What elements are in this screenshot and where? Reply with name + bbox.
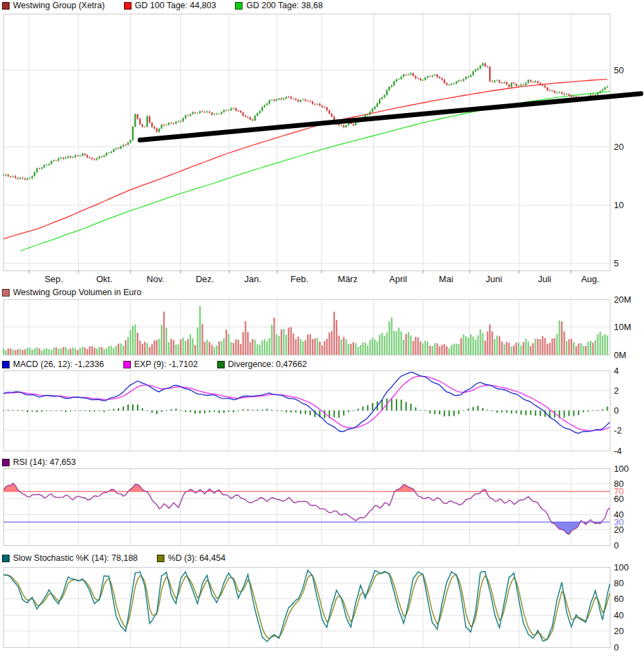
macd-tick-label: 4 bbox=[614, 366, 619, 376]
rsi-grid bbox=[3, 468, 610, 545]
gd100-legend-swatch bbox=[124, 2, 132, 10]
month-label: Mai bbox=[439, 274, 454, 284]
macd-tick-label: 2 bbox=[614, 386, 619, 396]
volume-legend-swatch bbox=[2, 289, 10, 297]
rsi-y-axis-labels: 1008070604030200 bbox=[614, 464, 629, 551]
macd-y-axis-labels: 420-2-4 bbox=[614, 366, 622, 456]
month-label: Juni bbox=[486, 274, 502, 284]
legend-item-volume: Westwing Group Volumen in Euro bbox=[2, 288, 141, 297]
gd200-legend-swatch bbox=[235, 2, 243, 10]
stoch-k-legend-swatch bbox=[2, 555, 10, 562]
stoch-k-legend-label: Slow Stochastic %K (14): 78,188 bbox=[13, 553, 138, 563]
macd-tick-label: -2 bbox=[614, 425, 622, 436]
month-label: Sep. bbox=[45, 274, 63, 284]
stoch-tick-label: 0 bbox=[614, 642, 619, 653]
month-label: Nov. bbox=[147, 274, 164, 284]
stoch-d-legend-swatch bbox=[157, 555, 164, 562]
volume-tick-label: 10M bbox=[614, 322, 631, 332]
legend-item-gd200: GD 200 Tage: 38,68 bbox=[235, 1, 323, 10]
macd-legend: MACD (26, 12): -1,2336 EXP (9): -1,7102 … bbox=[2, 359, 307, 369]
westwing-legend-swatch bbox=[2, 2, 10, 10]
legend-item-macd: MACD (26, 12): -1,2336 bbox=[2, 359, 104, 369]
month-label: Feb. bbox=[290, 274, 308, 284]
gd100-legend-label: GD 100 Tage: 44,803 bbox=[135, 1, 216, 10]
month-label: Dez. bbox=[196, 274, 214, 284]
volume-bars bbox=[3, 306, 608, 355]
trendline bbox=[140, 94, 641, 140]
rsi-tick-label: 20 bbox=[614, 525, 623, 535]
price-tick-label: 5 bbox=[614, 258, 619, 268]
macd-tick-label: -4 bbox=[614, 446, 622, 456]
month-label: Jan. bbox=[245, 274, 262, 284]
stoch-tick-label: 100 bbox=[614, 562, 629, 572]
stoch-y-axis-labels: 100806040200 bbox=[614, 562, 629, 653]
price-tick-label: 10 bbox=[614, 200, 623, 210]
stoch-legend: Slow Stochastic %K (14): 78,188 %D (3): … bbox=[2, 553, 225, 563]
month-label: April bbox=[389, 274, 407, 284]
rsi-legend-label: RSI (14): 47,653 bbox=[13, 457, 76, 467]
stoch-tick-label: 20 bbox=[614, 626, 623, 636]
volume-tick-label: 20M bbox=[614, 294, 631, 305]
rsi-tick-label: 100 bbox=[614, 464, 629, 474]
rsi-tick-label: 60 bbox=[614, 494, 623, 504]
macd-legend-swatch bbox=[2, 361, 10, 368]
month-label: Aug. bbox=[581, 274, 599, 284]
stoch-tick-label: 80 bbox=[614, 578, 623, 588]
price-tick-label: 50 bbox=[614, 65, 623, 75]
macd-histogram bbox=[3, 399, 608, 418]
legend-item-gd100: GD 100 Tage: 44,803 bbox=[124, 1, 216, 10]
volume-legend: Westwing Group Volumen in Euro bbox=[2, 288, 141, 297]
rsi-legend-swatch bbox=[2, 459, 10, 466]
exp-legend-swatch bbox=[123, 361, 131, 368]
price-tick-label: 20 bbox=[614, 142, 623, 152]
macd-tick-label: 0 bbox=[614, 405, 619, 416]
price-grid bbox=[3, 14, 610, 270]
westwing-legend-label: Westwing Group (Xetra) bbox=[13, 1, 105, 10]
stock-chart: 502010520M10M0M420-2-4100807060403020010… bbox=[0, 0, 644, 656]
volume-tick-label: 0M bbox=[614, 350, 626, 360]
legend-item-divergence: Divergence: 0,47662 bbox=[217, 359, 307, 369]
macd-legend-label: MACD (26, 12): -1,2336 bbox=[13, 359, 104, 369]
volume-y-axis-labels: 20M10M0M bbox=[614, 294, 631, 360]
rsi-tick-label: 0 bbox=[614, 540, 619, 551]
stoch-d-legend-label: %D (3): 64,454 bbox=[168, 553, 225, 563]
divergence-legend-label: Divergence: 0,47662 bbox=[228, 359, 307, 369]
divergence-legend-swatch bbox=[217, 361, 225, 368]
volume-legend-label: Westwing Group Volumen in Euro bbox=[13, 288, 141, 297]
month-label: Juli bbox=[538, 274, 552, 284]
legend-item-rsi: RSI (14): 47,653 bbox=[2, 457, 76, 467]
exp-legend-label: EXP (9): -1,7102 bbox=[134, 359, 198, 369]
price-legend: Westwing Group (Xetra) GD 100 Tage: 44,8… bbox=[2, 1, 323, 10]
candles bbox=[3, 62, 608, 181]
rsi-legend: RSI (14): 47,653 bbox=[2, 457, 76, 467]
legend-item-westwing: Westwing Group (Xetra) bbox=[2, 1, 105, 10]
x-axis: Sep.Okt.Nov.Dez.Jan.Feb.MärzAprilMaiJuni… bbox=[29, 270, 599, 284]
month-label: Okt. bbox=[96, 274, 112, 284]
stoch-tick-label: 40 bbox=[614, 610, 623, 620]
legend-item-stoch-d: %D (3): 64,454 bbox=[157, 553, 225, 563]
legend-item-stoch-k: Slow Stochastic %K (14): 78,188 bbox=[2, 553, 138, 563]
stoch-tick-label: 60 bbox=[614, 594, 623, 604]
month-label: März bbox=[338, 274, 358, 284]
legend-item-exp: EXP (9): -1,7102 bbox=[123, 359, 198, 369]
stoch-grid bbox=[3, 567, 610, 647]
gd200-legend-label: GD 200 Tage: 38,68 bbox=[246, 1, 323, 10]
